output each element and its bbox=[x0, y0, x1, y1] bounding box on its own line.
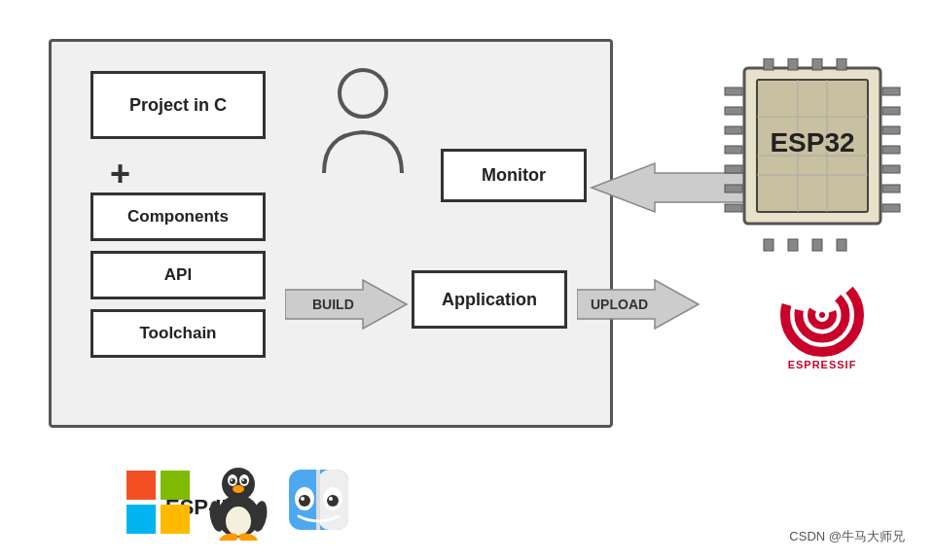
api-label: API bbox=[164, 265, 192, 285]
svg-text:UPLOAD: UPLOAD bbox=[591, 297, 648, 312]
esp32-container: ESP32 ESPRESSIF bbox=[720, 58, 924, 350]
svg-point-50 bbox=[241, 478, 247, 484]
esp-idf-box: Project in C + Components API Toolchain bbox=[49, 39, 613, 428]
svg-rect-34 bbox=[837, 239, 846, 251]
svg-rect-13 bbox=[725, 88, 742, 95]
svg-point-39 bbox=[819, 312, 825, 318]
svg-rect-15 bbox=[725, 126, 742, 134]
svg-rect-19 bbox=[725, 204, 742, 212]
svg-point-65 bbox=[327, 495, 339, 507]
svg-rect-27 bbox=[764, 58, 773, 70]
svg-rect-18 bbox=[725, 185, 742, 192]
svg-rect-24 bbox=[882, 165, 900, 173]
svg-rect-28 bbox=[788, 58, 798, 70]
toolchain-label: Toolchain bbox=[139, 324, 216, 343]
components-label: Components bbox=[127, 207, 229, 227]
svg-rect-32 bbox=[788, 239, 798, 251]
svg-point-46 bbox=[222, 468, 255, 501]
svg-rect-41 bbox=[161, 471, 190, 500]
svg-rect-21 bbox=[882, 107, 900, 115]
linux-icon bbox=[209, 463, 268, 541]
svg-point-66 bbox=[329, 497, 333, 501]
esp32-chip-svg: ESP32 bbox=[720, 58, 905, 253]
svg-text:BUILD: BUILD bbox=[312, 297, 354, 312]
svg-point-63 bbox=[301, 497, 305, 501]
svg-rect-30 bbox=[837, 58, 846, 70]
svg-point-0 bbox=[340, 70, 386, 117]
svg-rect-29 bbox=[812, 58, 822, 70]
upload-arrow: UPLOAD bbox=[577, 275, 703, 333]
person-icon bbox=[314, 66, 412, 173]
svg-rect-20 bbox=[882, 88, 900, 95]
svg-rect-25 bbox=[882, 185, 900, 192]
svg-point-45 bbox=[226, 507, 251, 536]
mac-icon bbox=[287, 468, 350, 536]
svg-rect-17 bbox=[725, 165, 742, 173]
svg-text:ESP32: ESP32 bbox=[770, 127, 854, 158]
diagram-container: Project in C + Components API Toolchain bbox=[29, 19, 652, 486]
svg-rect-26 bbox=[882, 204, 900, 212]
application-box: Application bbox=[412, 270, 567, 329]
svg-rect-42 bbox=[126, 505, 156, 534]
os-icons bbox=[126, 463, 350, 541]
svg-point-62 bbox=[299, 495, 310, 507]
build-arrow: BUILD bbox=[285, 275, 412, 333]
api-box: API bbox=[90, 251, 266, 299]
svg-rect-23 bbox=[882, 146, 900, 154]
plus-sign: + bbox=[110, 154, 130, 194]
svg-point-53 bbox=[233, 485, 244, 493]
application-label: Application bbox=[442, 290, 537, 310]
svg-point-49 bbox=[230, 478, 235, 484]
svg-rect-16 bbox=[725, 146, 742, 154]
watermark: CSDN @牛马大师兄 bbox=[789, 528, 905, 545]
components-box: Components bbox=[90, 192, 266, 241]
svg-point-51 bbox=[231, 479, 233, 481]
svg-rect-40 bbox=[126, 471, 156, 500]
svg-rect-22 bbox=[882, 126, 900, 134]
espressif-logo: ESPRESSIF bbox=[720, 271, 924, 370]
monitor-box: Monitor bbox=[441, 149, 587, 202]
svg-rect-33 bbox=[812, 239, 822, 251]
svg-point-52 bbox=[242, 479, 244, 481]
project-box: Project in C bbox=[90, 71, 266, 139]
monitor-label: Monitor bbox=[482, 165, 546, 186]
toolchain-box: Toolchain bbox=[90, 309, 266, 358]
windows-icon bbox=[126, 471, 190, 534]
project-label: Project in C bbox=[129, 95, 227, 116]
svg-rect-43 bbox=[161, 505, 190, 534]
svg-rect-14 bbox=[725, 107, 742, 115]
svg-rect-31 bbox=[764, 239, 773, 251]
